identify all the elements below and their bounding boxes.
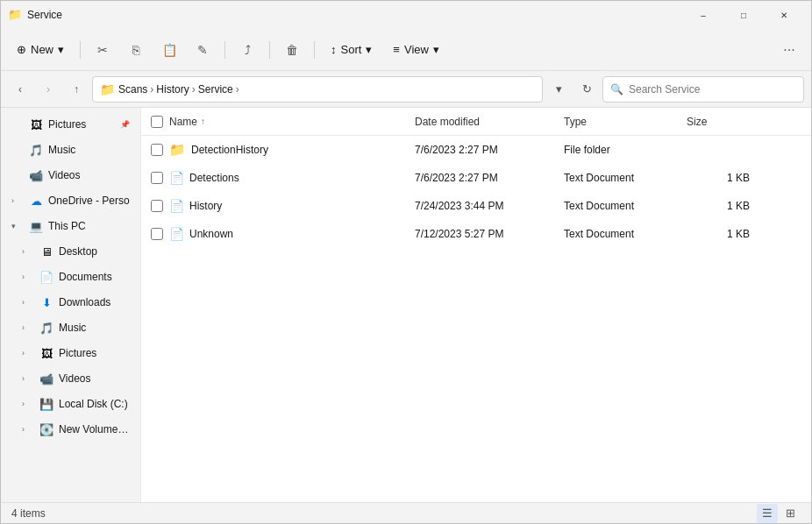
file-date-3: 7/24/2023 3:44 PM bbox=[411, 200, 560, 212]
col-header-size[interactable]: Size bbox=[683, 116, 753, 128]
videos-icon: 📹 bbox=[29, 168, 43, 182]
address-path[interactable]: 📁 Scans › History › Service › bbox=[92, 76, 543, 103]
new-button[interactable]: ⊕ New ▾ bbox=[8, 35, 73, 65]
forward-button[interactable]: › bbox=[36, 77, 61, 102]
view-button[interactable]: ≡ View ▾ bbox=[384, 35, 448, 65]
copy-button[interactable]: ⎘ bbox=[121, 35, 151, 65]
status-bar: 4 items ☰ ⊞ bbox=[1, 502, 811, 523]
folder-icon-1: 📁 bbox=[169, 142, 186, 158]
sidebar-item-videos[interactable]: 📹 Videos bbox=[4, 163, 137, 188]
chevron-right-icon: › bbox=[22, 349, 34, 358]
col-size-label: Size bbox=[687, 116, 707, 128]
sidebar-item-newvolume[interactable]: › 💽 New Volume (E bbox=[4, 417, 137, 442]
refresh-button[interactable]: ↻ bbox=[574, 77, 599, 102]
sidebar-item-music[interactable]: 🎵 Music bbox=[4, 138, 137, 162]
chevron-right-icon: › bbox=[22, 273, 34, 281]
new-label: New bbox=[31, 43, 53, 56]
close-button[interactable]: ✕ bbox=[764, 1, 804, 29]
minimize-button[interactable]: – bbox=[683, 1, 723, 29]
doc-icon-4: 📄 bbox=[169, 227, 184, 241]
view-label: View bbox=[404, 43, 429, 56]
sidebar-item-localdisk[interactable]: › 💾 Local Disk (C:) bbox=[4, 392, 137, 416]
pin-icon-pictures: 📌 bbox=[120, 120, 130, 129]
table-row[interactable]: 📄 Unknown 7/12/2023 5:27 PM Text Documen… bbox=[141, 220, 811, 248]
row-1-checkbox[interactable] bbox=[151, 144, 163, 156]
col-header-type[interactable]: Type bbox=[560, 116, 683, 128]
chevron-right-icon: › bbox=[22, 374, 34, 383]
toolbar-sep-4 bbox=[314, 41, 315, 59]
sidebar-label-newvolume: New Volume (E bbox=[59, 423, 130, 435]
toolbar-sep-2 bbox=[224, 41, 225, 59]
path-dropdown-button[interactable]: ▾ bbox=[546, 77, 571, 102]
sort-button[interactable]: ↕ Sort ▾ bbox=[322, 35, 381, 65]
file-date-4: 7/12/2023 5:27 PM bbox=[411, 228, 560, 240]
toolbar-sep-3 bbox=[269, 41, 270, 59]
view-buttons: ☰ ⊞ bbox=[757, 504, 801, 523]
up-button[interactable]: ↑ bbox=[64, 77, 89, 102]
sidebar-item-onedrive[interactable]: › ☁ OneDrive - Perso bbox=[4, 188, 137, 213]
path-history: History bbox=[156, 83, 189, 96]
sidebar-item-music2[interactable]: › 🎵 Music bbox=[4, 315, 137, 340]
chevron-right-icon: › bbox=[22, 247, 34, 256]
view-grid-button[interactable]: ⊞ bbox=[780, 504, 801, 523]
row-2-checkbox[interactable] bbox=[151, 172, 163, 184]
window: 📁 Service – □ ✕ ⊕ New ▾ ✂ ⎘ 📋 ✎ ⤴ 🗑 ↕ So… bbox=[0, 0, 812, 524]
more-button[interactable]: ··· bbox=[774, 35, 804, 65]
sidebar-item-pictures2[interactable]: › 🖼 Pictures bbox=[4, 341, 137, 365]
select-all-checkbox[interactable] bbox=[151, 116, 163, 128]
col-header-date[interactable]: Date modified bbox=[411, 116, 560, 128]
pictures2-icon: 🖼 bbox=[39, 346, 53, 360]
col-type-label: Type bbox=[564, 116, 587, 128]
share-button[interactable]: ⤴ bbox=[232, 35, 262, 65]
back-button[interactable]: ‹ bbox=[8, 77, 32, 102]
file-name-2: 📄 Detections bbox=[166, 171, 411, 185]
view-list-button[interactable]: ☰ bbox=[757, 504, 778, 523]
row-checkbox-1 bbox=[148, 144, 166, 156]
file-name-3: 📄 History bbox=[166, 199, 411, 213]
sidebar-item-desktop[interactable]: › 🖥 Desktop bbox=[4, 239, 137, 264]
view-dropdown-icon: ▾ bbox=[433, 43, 439, 56]
file-size-4: 1 KB bbox=[683, 228, 753, 240]
row-checkbox-2 bbox=[148, 172, 166, 184]
search-input[interactable] bbox=[629, 83, 796, 96]
delete-button[interactable]: 🗑 bbox=[277, 35, 307, 65]
rename-button[interactable]: ✎ bbox=[188, 35, 217, 65]
table-row[interactable]: 📄 History 7/24/2023 3:44 PM Text Documen… bbox=[141, 192, 811, 220]
paste-button[interactable]: 📋 bbox=[154, 35, 184, 65]
sort-icon: ↕ bbox=[331, 43, 337, 56]
window-title: Service bbox=[27, 9, 683, 21]
videos2-icon: 📹 bbox=[39, 372, 53, 386]
table-row[interactable]: 📄 Detections 7/6/2023 2:27 PM Text Docum… bbox=[141, 164, 811, 192]
chevron-right-icon: › bbox=[22, 400, 34, 408]
title-bar-folder-icon: 📁 bbox=[8, 8, 22, 22]
maximize-button[interactable]: □ bbox=[723, 1, 764, 29]
main-content: 🖼 Pictures 📌 🎵 Music 📹 Videos › ☁ OneDri… bbox=[1, 108, 811, 502]
file-type-1: File folder bbox=[560, 144, 683, 156]
file-list: 📁 DetectionHistory 7/6/2023 2:27 PM File… bbox=[141, 136, 811, 502]
path-scans: Scans bbox=[118, 83, 147, 96]
row-3-checkbox[interactable] bbox=[151, 200, 163, 212]
path-sep-2: › bbox=[192, 83, 196, 96]
row-4-checkbox[interactable] bbox=[151, 228, 163, 240]
chevron-right-icon: › bbox=[11, 196, 24, 205]
sidebar-item-documents[interactable]: › 📄 Documents bbox=[4, 265, 137, 289]
file-type-4: Text Document bbox=[560, 228, 683, 240]
path-service: Service bbox=[198, 83, 233, 96]
search-box[interactable]: 🔍 bbox=[602, 76, 804, 103]
sidebar-label-videos2: Videos bbox=[59, 372, 90, 385]
file-size-2: 1 KB bbox=[683, 172, 753, 184]
cut-button[interactable]: ✂ bbox=[88, 35, 118, 65]
sidebar-item-downloads[interactable]: › ⬇ Downloads bbox=[4, 290, 137, 315]
file-name-1: 📁 DetectionHistory bbox=[166, 142, 411, 158]
search-icon: 🔍 bbox=[610, 83, 623, 96]
col-header-name[interactable]: Name ↑ bbox=[166, 116, 411, 128]
sidebar-label-thispc: This PC bbox=[48, 220, 86, 232]
row-checkbox-3 bbox=[148, 200, 166, 212]
chevron-right-icon: › bbox=[22, 323, 34, 332]
sidebar-item-pictures[interactable]: 🖼 Pictures 📌 bbox=[4, 112, 137, 137]
sidebar-item-thispc[interactable]: ▾ 💻 This PC bbox=[4, 214, 137, 238]
sidebar-item-videos2[interactable]: › 📹 Videos bbox=[4, 366, 137, 391]
music-icon: 🎵 bbox=[29, 143, 43, 157]
table-row[interactable]: 📁 DetectionHistory 7/6/2023 2:27 PM File… bbox=[141, 136, 811, 164]
path-sep-3: › bbox=[236, 83, 239, 96]
